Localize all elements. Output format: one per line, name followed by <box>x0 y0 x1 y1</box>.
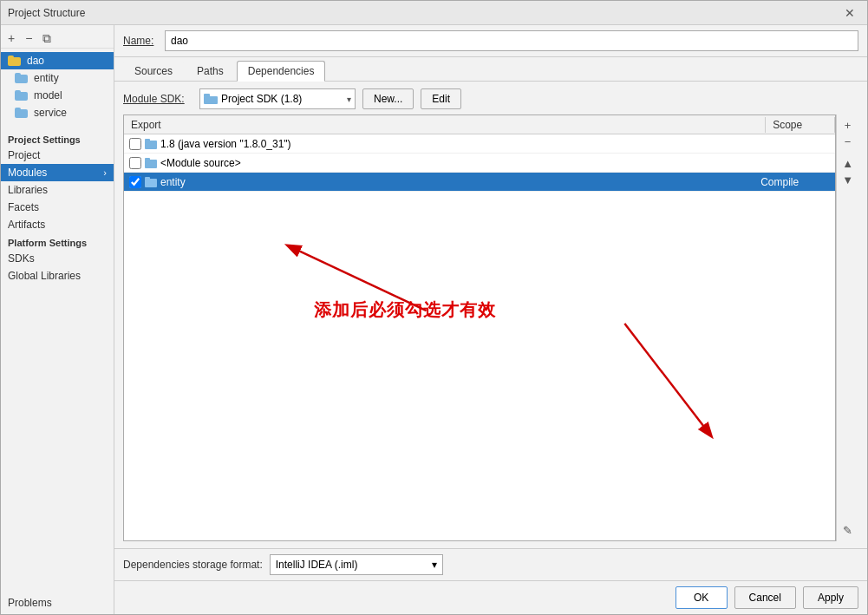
add-module-button[interactable]: + <box>4 30 18 46</box>
table-body: 1.8 (java version "1.8.0_31") <Module so… <box>124 134 835 540</box>
new-sdk-button[interactable]: New... <box>362 88 414 109</box>
folder-icon <box>15 90 28 101</box>
ok-button[interactable]: OK <box>675 586 728 609</box>
add-dep-button[interactable]: + <box>839 118 857 133</box>
right-panel: Name: Sources Paths Dependencies Mo <box>114 25 867 614</box>
apply-button[interactable]: Apply <box>803 586 858 609</box>
storage-format-bar: Dependencies storage format: IntelliJ ID… <box>114 548 867 580</box>
sidebar-project-label: Project <box>8 149 40 161</box>
sdk-icon <box>145 139 157 149</box>
export-checkbox-source[interactable] <box>129 157 141 169</box>
scope-header: Scope <box>766 117 835 133</box>
sidebar: + − ⧉ dao entity model service <box>1 25 114 614</box>
tab-dependencies[interactable]: Dependencies <box>237 61 326 82</box>
sidebar-item-global-libraries[interactable]: Global Libraries <box>1 267 114 285</box>
name-row: Name: <box>114 25 867 57</box>
sidebar-item-artifacts[interactable]: Artifacts <box>1 216 114 233</box>
sidebar-item-libraries[interactable]: Libraries <box>1 181 114 199</box>
deps-table: Export Scope <box>123 114 836 541</box>
folder-icon <box>15 108 28 118</box>
folder-icon <box>15 73 28 83</box>
source-icon <box>145 158 157 168</box>
svg-rect-4 <box>145 160 157 168</box>
module-entity-item[interactable]: entity <box>1 69 114 87</box>
tabs-row: Sources Paths Dependencies <box>114 57 867 82</box>
edit-sdk-button[interactable]: Edit <box>421 88 461 109</box>
dialog-title: Project Structure <box>8 7 85 19</box>
sidebar-problems-label: Problems <box>8 597 52 609</box>
module-model-label: model <box>34 89 62 101</box>
sidebar-item-sdks[interactable]: SDKs <box>1 250 114 267</box>
module-dao-item[interactable]: dao <box>1 52 114 69</box>
sidebar-global-libraries-label: Global Libraries <box>8 270 81 282</box>
module-model-item[interactable]: model <box>1 87 114 104</box>
dialog-buttons: OK Cancel Apply <box>114 580 867 614</box>
row-source-label: <Module source> <box>145 157 757 169</box>
svg-rect-0 <box>204 96 218 104</box>
tab-sources[interactable]: Sources <box>123 61 184 81</box>
sidebar-sdks-label: SDKs <box>8 252 35 265</box>
sidebar-facets-label: Facets <box>8 201 39 213</box>
remove-dep-button[interactable]: − <box>839 134 857 149</box>
svg-rect-6 <box>145 179 157 187</box>
module-service-item[interactable]: service <box>1 104 114 121</box>
dependencies-panel: Module SDK: Project SDK (1.8) ▾ New... E… <box>114 82 867 548</box>
module-service-label: service <box>34 107 67 119</box>
module-entity-label: entity <box>34 72 59 84</box>
move-down-button[interactable]: ▼ <box>839 173 857 187</box>
table-header: Export Scope <box>124 115 835 134</box>
sidebar-item-facets[interactable]: Facets <box>1 199 114 216</box>
row-entity-label: entity <box>145 176 757 188</box>
sdk-dropdown-arrow-icon: ▾ <box>347 95 351 104</box>
main-content: + − ⧉ dao entity model service <box>1 25 867 614</box>
module-sdk-row: Module SDK: Project SDK (1.8) ▾ New... E… <box>123 88 858 109</box>
tab-paths[interactable]: Paths <box>186 61 235 81</box>
sidebar-toolbar: + − ⧉ <box>1 29 114 49</box>
row-jdk-label: 1.8 (java version "1.8.0_31") <box>145 138 757 150</box>
module-sdk-select[interactable]: Project SDK (1.8) ▾ <box>199 88 356 109</box>
deps-table-wrapper: Export Scope <box>123 114 858 541</box>
remove-module-button[interactable]: − <box>22 30 36 46</box>
row-entity-scope: Compile <box>760 176 830 188</box>
export-checkbox-entity[interactable] <box>129 176 141 188</box>
storage-format-label: Dependencies storage format: <box>123 559 263 571</box>
module-icon <box>145 177 157 187</box>
storage-format-select[interactable]: IntelliJ IDEA (.iml) ▾ <box>270 554 443 575</box>
svg-rect-5 <box>145 158 150 160</box>
sidebar-libraries-label: Libraries <box>8 184 48 196</box>
sidebar-modules-label: Modules <box>8 167 47 179</box>
export-header: Export <box>124 117 766 133</box>
title-bar: Project Structure ✕ <box>1 1 867 25</box>
sidebar-item-project[interactable]: Project <box>1 147 114 164</box>
sidebar-item-modules[interactable]: Modules › <box>1 164 114 181</box>
svg-rect-2 <box>145 141 157 149</box>
table-row[interactable]: 1.8 (java version "1.8.0_31") <box>124 134 835 154</box>
svg-rect-1 <box>204 94 210 97</box>
platform-settings-section: Platform Settings <box>1 233 114 250</box>
sdk-folder-icon <box>204 94 218 104</box>
storage-format-value: IntelliJ IDEA (.iml) <box>276 559 358 571</box>
folder-icon <box>8 56 21 66</box>
sidebar-artifacts-label: Artifacts <box>8 219 45 231</box>
edit-dep-button[interactable]: ✎ <box>839 523 857 538</box>
close-button[interactable]: ✕ <box>839 4 860 22</box>
svg-rect-3 <box>145 139 150 141</box>
storage-dropdown-arrow-icon: ▾ <box>432 559 437 571</box>
name-label: Name: <box>123 35 158 47</box>
cancel-button[interactable]: Cancel <box>734 586 796 609</box>
export-checkbox-jdk[interactable] <box>129 138 141 150</box>
table-side-buttons: + − ▲ ▼ ✎ <box>836 114 858 541</box>
copy-module-button[interactable]: ⧉ <box>39 30 55 46</box>
project-structure-dialog: Project Structure ✕ + − ⧉ dao entity mod <box>0 0 868 615</box>
module-sdk-label: Module SDK: <box>123 93 193 105</box>
sidebar-item-problems[interactable]: Problems <box>1 592 114 614</box>
modules-arrow-icon: › <box>103 167 107 178</box>
move-up-button[interactable]: ▲ <box>839 156 857 171</box>
table-row[interactable]: <Module source> <box>124 154 835 173</box>
name-input[interactable] <box>165 30 858 51</box>
project-settings-section: Project Settings <box>1 130 114 147</box>
table-row[interactable]: entity Compile <box>124 173 835 192</box>
module-dao-label: dao <box>27 55 44 67</box>
svg-rect-7 <box>145 177 150 180</box>
sdk-select-value: Project SDK (1.8) <box>221 93 302 105</box>
